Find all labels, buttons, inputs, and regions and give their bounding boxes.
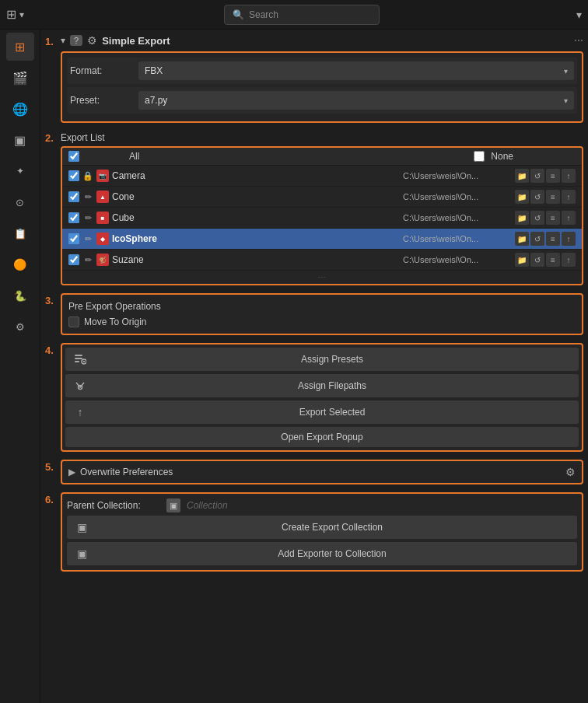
overwrite-gear-icon[interactable]: ⚙ <box>565 466 576 478</box>
assign-filepaths-button[interactable]: Assign Filepaths <box>65 374 579 397</box>
camera-upload-icon[interactable]: ↑ <box>562 169 576 183</box>
overwrite-chevron-icon[interactable]: ▶ <box>68 467 75 477</box>
pre-export-panel: Pre Export Operations Move To Origin <box>61 293 583 335</box>
move-to-origin-checkbox[interactable] <box>68 317 79 327</box>
top-chevron-icon[interactable]: ▾ <box>19 9 24 20</box>
top-bar-search: 🔍 Search <box>59 5 544 25</box>
section1-gear-icon[interactable]: ⚙ <box>87 34 97 47</box>
suzane-checkbox[interactable] <box>68 254 79 265</box>
cone-upload-icon[interactable]: ↑ <box>562 190 576 204</box>
icosphere-path: C:\Users\weisl\On... <box>403 234 512 243</box>
section-2-number: 2. <box>45 131 58 144</box>
camera-list-icon[interactable]: ≡ <box>546 169 560 183</box>
pre-export-title: Pre Export Operations <box>68 301 576 312</box>
topbar-chevron-icon[interactable]: ▾ <box>576 9 582 21</box>
icosphere-list-icon[interactable]: ≡ <box>546 232 560 246</box>
actions-panel: Assign Presets Assign Filepaths ↑ <box>61 343 583 452</box>
all-label: All <box>129 151 139 162</box>
collection-header-row: Parent Collection: ▣ Collection <box>67 498 577 512</box>
section-1-number: 1. <box>45 34 58 47</box>
none-label: None <box>491 151 513 162</box>
suzane-type-icon: 🐒 <box>96 254 109 266</box>
cube-checkbox[interactable] <box>68 212 79 223</box>
cone-pencil-icon: ✏ <box>82 191 93 202</box>
table-row: ✏ ◆ IcoSphere C:\Users\weisl\On... 📁 ↺ ≡… <box>62 229 582 250</box>
cone-refresh-icon[interactable]: ↺ <box>530 190 544 204</box>
sidebar-icon-layout[interactable]: ⊞ <box>6 33 34 61</box>
camera-path: C:\Users\weisl\On... <box>403 171 512 180</box>
main-layout: ⊞ 🎬 🌐 ▣ ✦ ⊙ 📋 🟠 🐍 ⚙ 1. ▾ ? ⚙ Simple Expo… <box>0 30 588 703</box>
section-1-title: Simple Export <box>102 35 170 47</box>
overwrite-left: ▶ Overwrite Preferences <box>68 467 173 477</box>
suzane-upload-icon[interactable]: ↑ <box>562 253 576 267</box>
section-6: 6. Parent Collection: ▣ Collection ▣ Cre… <box>45 492 583 572</box>
sidebar-icon-extra[interactable]: ⚙ <box>6 313 34 341</box>
icosphere-checkbox[interactable] <box>68 233 79 244</box>
table-row: ✏ 🐒 Suzane C:\Users\weisl\On... 📁 ↺ ≡ ↑ <box>62 250 582 271</box>
cone-folder-icon[interactable]: 📁 <box>515 190 529 204</box>
cube-list-icon[interactable]: ≡ <box>546 211 560 225</box>
section-2-content: Export List All None <box>61 131 583 285</box>
suzane-list-icon[interactable]: ≡ <box>546 253 560 267</box>
cone-path: C:\Users\weisl\On... <box>403 192 512 201</box>
section-4-number: 4. <box>45 343 58 356</box>
section1-help-icon[interactable]: ? <box>70 35 82 46</box>
export-selected-button[interactable]: ↑ Export Selected <box>65 400 579 424</box>
lock-icon: 🔒 <box>82 170 93 181</box>
format-label: Format: <box>70 65 132 76</box>
sidebar-icon-scripting[interactable]: 🐍 <box>6 282 34 310</box>
sidebar-icon-constraints[interactable]: ⊙ <box>6 188 34 216</box>
sidebar-icon-particles[interactable]: ✦ <box>6 157 34 185</box>
section-6-number: 6. <box>45 492 58 505</box>
icosphere-refresh-icon[interactable]: ↺ <box>530 232 544 246</box>
preset-row: Preset: a7.py ▾ <box>67 87 577 114</box>
section-5: 5. ▶ Overwrite Preferences ⚙ <box>45 460 583 484</box>
cube-name: Cube <box>112 212 400 223</box>
create-export-collection-button[interactable]: ▣ Create Export Collection <box>67 516 577 539</box>
icosphere-type-icon: ◆ <box>96 233 109 245</box>
create-collection-icon: ▣ <box>75 520 89 534</box>
cube-refresh-icon[interactable]: ↺ <box>530 211 544 225</box>
format-select[interactable]: FBX ▾ <box>138 61 574 80</box>
camera-folder-icon[interactable]: 📁 <box>515 169 529 183</box>
cube-upload-icon[interactable]: ↑ <box>562 211 576 225</box>
add-exporter-label: Add Exporter to Collection <box>95 548 569 559</box>
collection-type-icon: ▣ <box>166 498 180 512</box>
open-export-popup-button[interactable]: Open Export Popup <box>65 427 579 447</box>
cone-checkbox[interactable] <box>68 191 79 202</box>
open-export-popup-label: Open Export Popup <box>73 432 571 442</box>
camera-actions: 📁 ↺ ≡ ↑ <box>515 169 576 183</box>
format-row: Format: FBX ▾ <box>67 58 577 84</box>
assign-presets-button[interactable]: Assign Presets <box>65 348 579 371</box>
suzane-refresh-icon[interactable]: ↺ <box>530 253 544 267</box>
search-box[interactable]: 🔍 Search <box>224 5 380 25</box>
icosphere-upload-icon[interactable]: ↑ <box>562 232 576 246</box>
add-exporter-button[interactable]: ▣ Add Exporter to Collection <box>67 542 577 565</box>
sidebar-icon-data[interactable]: 📋 <box>6 219 34 247</box>
icosphere-folder-icon[interactable]: 📁 <box>515 232 529 246</box>
section-6-content: Parent Collection: ▣ Collection ▣ Create… <box>61 492 583 572</box>
cube-folder-icon[interactable]: 📁 <box>515 211 529 225</box>
preset-select[interactable]: a7.py ▾ <box>138 91 574 110</box>
none-section: None <box>474 151 576 162</box>
none-checkbox[interactable] <box>474 151 485 162</box>
section-3-number: 3. <box>45 293 58 306</box>
all-checkbox[interactable] <box>68 151 79 162</box>
camera-type-icon: 📷 <box>96 170 109 182</box>
camera-refresh-icon[interactable]: ↺ <box>530 169 544 183</box>
suzane-folder-icon[interactable]: 📁 <box>515 253 529 267</box>
section-1-panel: Format: FBX ▾ Preset: a7.py ▾ <box>61 51 583 123</box>
cone-list-icon[interactable]: ≡ <box>546 190 560 204</box>
sidebar-icon-scene[interactable]: 🎬 <box>6 64 34 92</box>
table-row: 🔒 📷 Camera C:\Users\weisl\On... 📁 ↺ ≡ ↑ <box>62 166 582 187</box>
cube-path: C:\Users\weisl\On... <box>403 213 512 222</box>
section1-chevron-icon[interactable]: ▾ <box>61 35 65 46</box>
sidebar-icon-object[interactable]: ▣ <box>6 126 34 154</box>
camera-checkbox[interactable] <box>68 170 79 181</box>
preset-chevron-icon: ▾ <box>564 96 568 105</box>
section-5-number: 5. <box>45 460 58 473</box>
layout-toggle-icon[interactable]: ⊞ <box>6 7 16 22</box>
sidebar-icon-material[interactable]: 🟠 <box>6 250 34 278</box>
suzane-pencil-icon: ✏ <box>82 254 93 265</box>
sidebar-icon-world[interactable]: 🌐 <box>6 95 34 123</box>
